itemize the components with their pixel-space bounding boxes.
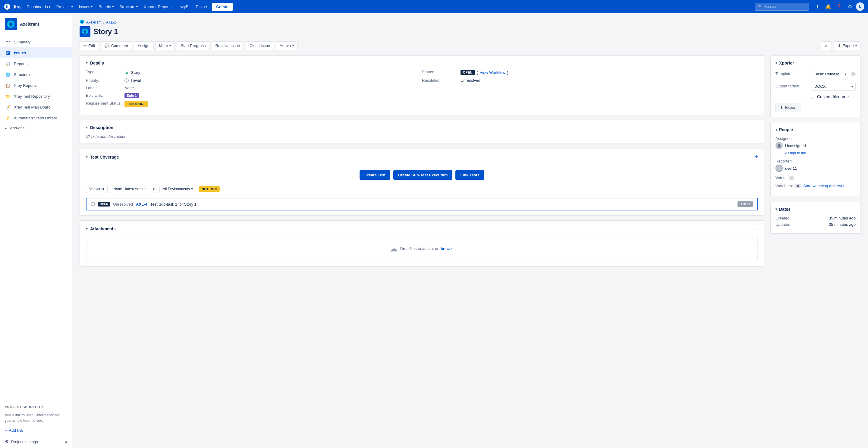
upload-icon[interactable]: ⬆ (812, 2, 822, 11)
issues-icon (5, 50, 11, 56)
open-status-badge: OPEN (461, 70, 475, 75)
custom-filename-label: Custom filename (817, 94, 849, 99)
env-filter[interactable]: All Environments ▾ (159, 185, 196, 193)
sidebar-item-xray-test-repo[interactable]: 📁 Xray Test Repository (0, 91, 72, 101)
nav-dashboards[interactable]: Dashboards ▾ (24, 3, 53, 11)
updated-value: 35 minutes ago (829, 222, 856, 227)
collapse-sidebar-button[interactable]: « (64, 439, 67, 444)
custom-filename-checkbox[interactable] (811, 95, 815, 99)
content-grid: ▾ Details Type: ▲ Story (80, 56, 861, 267)
attachments-more-button[interactable]: ⋯ (752, 226, 758, 232)
settings-gear-icon: ⚙ (5, 439, 9, 444)
tc-description: Test Sub-task 1 for Story 1 (150, 202, 735, 207)
drop-zone[interactable]: ☁ Drop files to attach, or browse. (86, 236, 758, 261)
details-section-header[interactable]: ▾ Details (86, 61, 758, 65)
sidebar-item-addons[interactable]: ▸ Add-ons (0, 123, 72, 133)
description-card: ▾ Description Click to add description (80, 120, 764, 144)
tc-buttons: Create Test Create Sub-Test Execution Li… (86, 164, 758, 183)
search-box[interactable]: 🔍 Search (755, 3, 809, 10)
top-navigation: Jira Dashboards ▾ Projects ▾ Issues ▾ Bo… (0, 0, 868, 13)
create-test-button[interactable]: Create Test (360, 170, 390, 180)
edit-button[interactable]: ✏ Edit (80, 41, 99, 50)
tc-issue-link[interactable]: AXL-4 (136, 202, 147, 207)
xporter-section-header[interactable]: ▾ Xporter (775, 61, 856, 65)
sidebar-item-issues[interactable]: Issues (0, 47, 72, 58)
project-settings-link[interactable]: Project settings (11, 440, 38, 444)
comment-button[interactable]: 💬 Comment (101, 41, 132, 50)
view-workflow-link[interactable]: View Workflow (480, 70, 505, 75)
test-coverage-card: ▾ Test Coverage + Create Test Create Sub… (80, 149, 764, 215)
add-coverage-button[interactable]: + (755, 154, 758, 160)
admin-button[interactable]: Admin ▾ (276, 41, 298, 50)
chevron-down-icon: ▾ (86, 227, 88, 231)
start-progress-button[interactable]: Start Progress (177, 41, 210, 50)
priority-row: Priority: Trivial (86, 78, 422, 83)
sidebar-item-structure[interactable]: 🌐 Structure (0, 69, 72, 80)
chevron-down-icon: ▾ (191, 187, 193, 191)
sidebar-item-xray-test-plan[interactable]: 📝 Xray Test Plan Board (0, 101, 72, 113)
nav-eazybi[interactable]: eazyBI (175, 3, 192, 11)
close-issue-button[interactable]: Close Issue (246, 41, 274, 50)
sidebar-item-automated-steps[interactable]: ⚡ Automated Steps Library (0, 113, 72, 123)
version-filter[interactable]: Version ▾ (86, 185, 107, 193)
resolve-issue-button[interactable]: Resolve Issue (212, 41, 244, 50)
create-sub-test-button[interactable]: Create Sub-Test Execution (393, 170, 453, 180)
assign-button[interactable]: Assign (134, 41, 153, 50)
export-button[interactable]: ⬇ Export ▾ (834, 41, 861, 50)
help-icon[interactable]: ❓ (834, 2, 844, 11)
chevron-down-icon: ▾ (169, 44, 171, 47)
dates-section-header[interactable]: ▾ Dates (775, 207, 856, 212)
nav-issues[interactable]: Issues ▾ (76, 3, 95, 11)
nav-projects[interactable]: Projects ▾ (54, 3, 75, 11)
structure-icon: 🌐 (5, 71, 11, 78)
notification-icon[interactable]: 🔔 (824, 2, 833, 11)
output-format-field: DOCX ▾ (811, 82, 856, 91)
sidebar-item-summary[interactable]: 〜 Summary (0, 36, 72, 47)
version-select[interactable]: None - latest executi... (110, 185, 157, 193)
nav-structure[interactable]: Structure ▾ (117, 3, 141, 11)
breadcrumb-project-link[interactable]: Axelerant (86, 20, 101, 24)
template-help-icon[interactable]: ? (851, 72, 856, 77)
output-format-select[interactable]: DOCX (811, 82, 856, 91)
add-link-button[interactable]: + Add link (0, 426, 72, 435)
template-field: Basic Release Notes ▾ ? (811, 70, 856, 79)
create-button[interactable]: Create (212, 3, 232, 11)
assign-to-me-link[interactable]: Assign to me (785, 151, 806, 155)
chevron-down-icon: ▾ (86, 155, 88, 159)
labels-value: None (124, 86, 134, 90)
share-icon: ↗ (825, 43, 828, 48)
jira-logo[interactable]: Jira (4, 3, 21, 10)
share-button[interactable]: ↗ (821, 41, 832, 50)
reporter-avatar (775, 165, 783, 172)
nav-boards[interactable]: Boards ▾ (96, 3, 116, 11)
epic-badge[interactable]: Epic 1 (124, 93, 139, 98)
chevron-down-icon: ▾ (86, 125, 88, 130)
xporter-card: ▾ Xporter Template Basic Release Notes ▾ (770, 56, 861, 117)
people-section-header[interactable]: ▾ People (775, 127, 856, 132)
template-select[interactable]: Basic Release Notes (811, 70, 849, 79)
attachments-section-header[interactable]: ▾ Attachments (86, 227, 752, 231)
expand-icon: ▸ (5, 126, 7, 130)
more-button[interactable]: More ▾ (155, 41, 175, 50)
template-row: Template Basic Release Notes ▾ ? (775, 70, 856, 79)
issue-header: Story 1 (80, 26, 861, 37)
settings-icon[interactable]: ⚙ (845, 2, 855, 11)
browse-link[interactable]: browse. (441, 246, 455, 251)
project-name: Axelerant (20, 22, 39, 27)
nav-xporter-reports[interactable]: Xporter Reports (141, 3, 174, 11)
user-avatar[interactable]: U (856, 2, 864, 11)
sidebar-nav: 〜 Summary Issues 📊 Reports 🌐 Structure 📋… (0, 34, 72, 401)
search-icon: 🔍 (758, 4, 763, 9)
sidebar-item-xray-reports[interactable]: 📋 Xray Reports (0, 80, 72, 91)
chevron-down-icon: ▾ (49, 5, 50, 8)
test-coverage-section-header[interactable]: ▾ Test Coverage + (86, 154, 758, 160)
start-watching-link[interactable]: Start watching this issue (803, 184, 845, 188)
description-placeholder[interactable]: Click to add description (86, 134, 758, 139)
breadcrumb-issue-link[interactable]: AXL-2 (106, 20, 116, 24)
sidebar-item-reports[interactable]: 📊 Reports (0, 58, 72, 69)
xporter-export-button[interactable]: ⬇ Export (775, 103, 801, 112)
description-section-header[interactable]: ▾ Description (86, 125, 758, 130)
tc-resolution: Unresolved (113, 202, 133, 207)
link-tests-button[interactable]: Link Tests (456, 170, 484, 180)
nav-tests[interactable]: Tests ▾ (193, 3, 210, 11)
